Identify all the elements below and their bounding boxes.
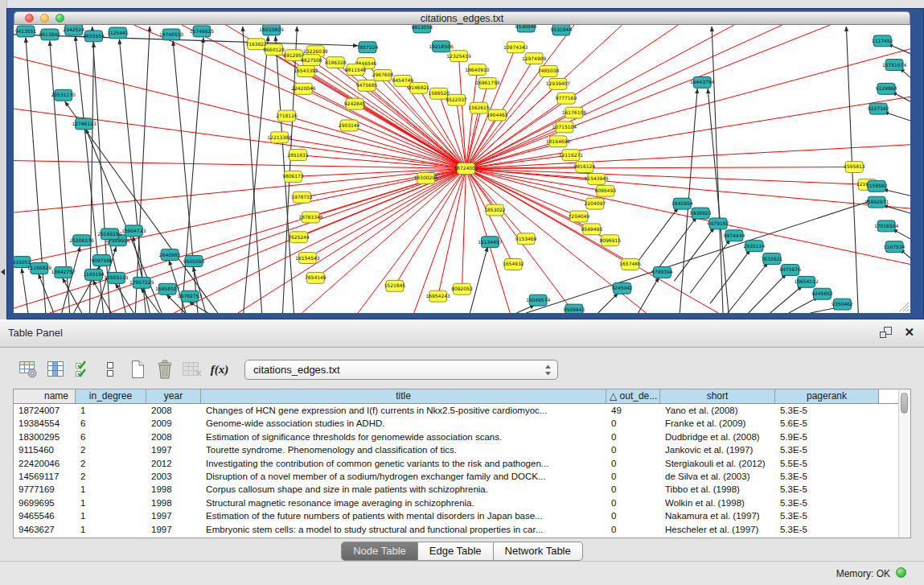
network-node[interactable]: 18640910: [465, 64, 490, 76]
network-node[interactable]: 9146821: [408, 82, 429, 93]
network-node[interactable]: 9806173: [282, 171, 304, 182]
network-node[interactable]: 15746625: [190, 26, 215, 37]
table-row[interactable]: 977716911998Corpus callosum shape and si…: [14, 483, 910, 496]
column-header-in_degree[interactable]: in_degree: [76, 389, 146, 403]
network-node[interactable]: 16176108: [562, 107, 587, 118]
network-node[interactable]: 9227342: [868, 103, 889, 114]
memory-indicator-icon[interactable]: [896, 567, 906, 578]
column-header-out_de[interactable]: △ out_de...: [606, 389, 660, 403]
network-node[interactable]: 2718126: [276, 110, 298, 122]
network-node[interactable]: 9509943: [564, 304, 585, 313]
network-node[interactable]: 9153469: [515, 233, 537, 245]
network-node[interactable]: 15134457: [478, 237, 503, 248]
network-node[interactable]: 16961758: [475, 77, 500, 89]
network-node[interactable]: 12746123: [72, 118, 97, 130]
network-node[interactable]: 22420046: [291, 83, 316, 94]
column-header-title[interactable]: title: [201, 389, 606, 403]
table-row[interactable]: 946362711997Embryonic stem cells: a mode…: [14, 523, 910, 536]
network-node[interactable]: 7485038: [538, 66, 560, 77]
network-node[interactable]: 18164696: [546, 136, 571, 147]
network-node[interactable]: 16958107: [155, 283, 180, 295]
network-node[interactable]: 12213388: [267, 132, 292, 143]
network-node[interactable]: 8096915: [599, 235, 621, 246]
network-node[interactable]: 13505115: [104, 272, 129, 283]
network-node[interactable]: 8092053: [451, 283, 473, 295]
network-node[interactable]: 11543945: [585, 173, 610, 184]
network-node[interactable]: 13942757: [51, 266, 76, 278]
network-node[interactable]: 17957225: [129, 277, 154, 288]
network-node[interactable]: 1159583: [866, 180, 888, 192]
panel-collapse-arrow[interactable]: [1, 269, 5, 275]
column-header-pagerank[interactable]: pagerank: [775, 389, 879, 403]
column-header-year[interactable]: year: [146, 389, 201, 403]
network-node[interactable]: 2935114: [744, 241, 766, 252]
tab-edge-table[interactable]: Edge Table: [418, 542, 494, 561]
table-options-button[interactable]: [16, 357, 40, 381]
network-node[interactable]: 7654149: [305, 272, 326, 283]
table-row[interactable]: 1938455462009Genome-wide association stu…: [14, 417, 910, 430]
network-node[interactable]: 9811546: [345, 64, 367, 76]
network-node[interactable]: 10715104: [552, 122, 577, 133]
network-node[interactable]: 9129968: [876, 83, 897, 94]
tab-node-table[interactable]: Node Table: [341, 542, 418, 561]
network-node[interactable]: 16154543: [295, 253, 320, 264]
network-node[interactable]: 25166150: [97, 229, 122, 240]
network-node[interactable]: 15751074: [882, 60, 907, 71]
new-table-button[interactable]: [125, 357, 150, 381]
network-node[interactable]: 5938923: [690, 208, 712, 219]
close-panel-icon[interactable]: ✕: [904, 325, 914, 340]
network-node[interactable]: 12325419: [446, 51, 471, 62]
table-row[interactable]: 1872400712008Changes of HCN gene express…: [14, 404, 910, 417]
network-node[interactable]: 8522037: [446, 94, 467, 105]
column-header-name[interactable]: name: [14, 389, 76, 403]
network-node[interactable]: 2967608: [372, 70, 394, 81]
network-node[interactable]: 9827508: [301, 55, 322, 66]
network-node[interactable]: 9242845: [344, 98, 366, 109]
network-node[interactable]: 8095493: [594, 185, 616, 196]
network-node[interactable]: 1167534: [884, 241, 906, 253]
network-node[interactable]: 2851831: [287, 150, 309, 161]
resize-grip[interactable]: [897, 300, 910, 312]
network-node[interactable]: 1640954: [671, 198, 693, 209]
scrollbar-thumb[interactable]: [901, 393, 908, 414]
network-node[interactable]: 8186328: [325, 57, 347, 68]
network-node[interactable]: 8613042: [39, 29, 61, 40]
network-node[interactable]: 8813054: [411, 25, 433, 33]
network-node[interactable]: 9413551: [15, 26, 37, 37]
network-node[interactable]: 14740510: [159, 29, 184, 40]
network-node[interactable]: 9816124: [574, 162, 596, 173]
network-node[interactable]: 6799394: [651, 266, 673, 278]
network-node[interactable]: 15904723: [121, 225, 146, 237]
table-row[interactable]: 1456911722003Disruption of a novel membe…: [14, 470, 910, 483]
network-node[interactable]: 12116271: [559, 150, 584, 161]
network-node[interactable]: 20206576: [69, 235, 94, 246]
network-canvas[interactable]: 1872400718300295716382286601285912954232…: [14, 25, 910, 313]
network-node[interactable]: 16033809: [259, 25, 284, 35]
network-node[interactable]: 7625244: [288, 232, 310, 243]
table-row[interactable]: 1830029562008Estimation of significance …: [14, 431, 910, 443]
network-node[interactable]: 12974909: [522, 53, 547, 64]
network-node[interactable]: 7857224: [357, 42, 379, 53]
network-node[interactable]: 16782753: [178, 290, 203, 302]
delete-table-button[interactable]: [153, 357, 177, 381]
network-node[interactable]: 19218506: [429, 41, 454, 52]
network-node[interactable]: 17016504: [874, 220, 899, 232]
network-node[interactable]: 10654112: [794, 276, 819, 287]
network-node[interactable]: 9245652: [811, 288, 833, 299]
table-row[interactable]: 911546021997Tourette syndrome. Phenomeno…: [14, 443, 910, 456]
network-node[interactable]: 9245042: [611, 282, 633, 294]
network-window-titlebar[interactable]: citations_edges.txt: [14, 11, 910, 25]
tab-network-table[interactable]: Network Table: [494, 542, 583, 561]
network-node[interactable]: 1904463: [487, 109, 508, 121]
network-node[interactable]: 6479197: [708, 218, 729, 229]
table-select-dropdown[interactable]: citations_edges.txt: [244, 360, 558, 380]
network-node[interactable]: 11156829: [27, 263, 52, 274]
network-node[interactable]: 16443794: [690, 76, 715, 88]
network-node[interactable]: 16543392: [294, 66, 318, 77]
network-node[interactable]: 18724007: [454, 163, 478, 175]
network-node[interactable]: 9131044: [551, 25, 573, 35]
network-node[interactable]: 7204049: [569, 211, 590, 222]
network-node[interactable]: 8660128: [263, 44, 285, 56]
network-node[interactable]: 1978733: [291, 192, 313, 203]
network-node[interactable]: 1521845: [384, 280, 406, 291]
